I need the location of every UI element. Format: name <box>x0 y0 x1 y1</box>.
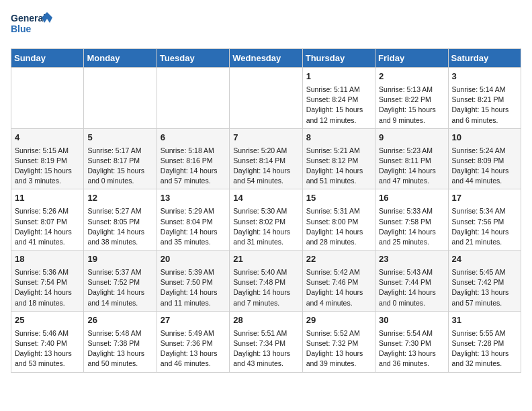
day-info: Sunrise: 5:40 AM <box>233 267 298 277</box>
calendar-cell: 3Sunrise: 5:14 AMSunset: 8:21 PMDaylight… <box>448 68 521 129</box>
day-info: Daylight: 13 hours and 39 minutes. <box>306 349 371 369</box>
day-info: Sunset: 7:50 PM <box>161 277 226 287</box>
day-info: Sunrise: 5:52 AM <box>306 328 371 338</box>
day-info: Sunset: 7:28 PM <box>452 338 517 349</box>
day-info: Sunset: 7:38 PM <box>87 338 152 349</box>
day-info: Sunset: 7:58 PM <box>379 217 444 227</box>
day-info: Sunset: 7:42 PM <box>452 277 517 287</box>
day-info: Sunrise: 5:11 AM <box>306 85 371 95</box>
day-info: Sunset: 7:40 PM <box>15 338 80 349</box>
calendar-cell: 12Sunrise: 5:27 AMSunset: 8:05 PMDayligh… <box>84 189 157 250</box>
day-info: Sunset: 8:00 PM <box>306 217 371 227</box>
day-info: Sunrise: 5:15 AM <box>15 146 80 156</box>
calendar-cell: 9Sunrise: 5:23 AMSunset: 8:11 PMDaylight… <box>375 128 448 189</box>
day-info: Sunrise: 5:31 AM <box>306 206 371 216</box>
day-info: Sunset: 8:19 PM <box>15 156 80 166</box>
day-info: Sunset: 7:52 PM <box>87 277 152 287</box>
day-info: Sunrise: 5:54 AM <box>379 328 444 338</box>
day-number: 31 <box>452 314 517 327</box>
day-number: 9 <box>379 132 444 144</box>
day-info: Sunrise: 5:27 AM <box>87 206 152 216</box>
day-number: 1 <box>306 71 371 83</box>
day-info: Sunrise: 5:13 AM <box>379 85 444 95</box>
day-info: Sunset: 7:44 PM <box>379 277 444 287</box>
day-info: Daylight: 14 hours and 35 minutes. <box>161 227 226 247</box>
day-number: 15 <box>306 192 371 205</box>
day-info: Sunset: 8:22 PM <box>379 95 444 105</box>
day-info: Daylight: 13 hours and 53 minutes. <box>15 349 80 369</box>
day-header-saturday: Saturday <box>448 49 521 68</box>
calendar-cell: 4Sunrise: 5:15 AMSunset: 8:19 PMDaylight… <box>11 128 84 189</box>
calendar-table: SundayMondayTuesdayWednesdayThursdayFrid… <box>11 48 521 373</box>
day-number: 22 <box>306 253 371 266</box>
day-info: Daylight: 14 hours and 38 minutes. <box>87 227 152 247</box>
day-info: Daylight: 14 hours and 18 minutes. <box>15 287 80 308</box>
day-number: 20 <box>161 253 226 266</box>
day-header-wednesday: Wednesday <box>230 49 302 68</box>
day-number: 10 <box>452 132 517 144</box>
day-header-monday: Monday <box>84 49 157 68</box>
day-number: 12 <box>87 192 152 205</box>
calendar-cell: 29Sunrise: 5:52 AMSunset: 7:32 PMDayligh… <box>302 311 375 372</box>
day-info: Daylight: 15 hours and 0 minutes. <box>87 166 152 186</box>
calendar-cell: 23Sunrise: 5:43 AMSunset: 7:44 PMDayligh… <box>375 250 448 312</box>
day-number: 30 <box>379 314 444 327</box>
day-info: Sunrise: 5:23 AM <box>379 146 444 156</box>
day-info: Sunset: 8:17 PM <box>87 156 152 166</box>
day-info: Daylight: 14 hours and 21 minutes. <box>452 227 517 247</box>
day-info: Sunset: 8:05 PM <box>87 217 152 227</box>
calendar-cell <box>11 68 84 129</box>
day-info: Daylight: 13 hours and 46 minutes. <box>161 349 226 369</box>
day-number: 26 <box>87 314 152 327</box>
calendar-cell: 18Sunrise: 5:36 AMSunset: 7:54 PMDayligh… <box>11 250 84 312</box>
calendar-cell: 27Sunrise: 5:49 AMSunset: 7:36 PMDayligh… <box>157 311 229 372</box>
day-header-friday: Friday <box>375 49 448 68</box>
day-number: 19 <box>87 253 152 266</box>
week-row-1: 1Sunrise: 5:11 AMSunset: 8:24 PMDaylight… <box>11 68 521 129</box>
day-info: Sunset: 8:11 PM <box>379 156 444 166</box>
day-number: 11 <box>15 192 80 205</box>
day-number: 18 <box>15 253 80 266</box>
day-info: Sunrise: 5:14 AM <box>452 85 517 95</box>
day-info: Sunset: 8:24 PM <box>306 95 371 105</box>
day-info: Sunrise: 5:36 AM <box>15 267 80 277</box>
svg-text:General: General <box>11 13 46 24</box>
day-info: Sunrise: 5:43 AM <box>379 267 444 277</box>
day-info: Sunrise: 5:30 AM <box>233 206 298 216</box>
day-number: 5 <box>87 132 152 144</box>
day-info: Sunrise: 5:20 AM <box>233 146 298 156</box>
day-info: Daylight: 14 hours and 54 minutes. <box>233 166 298 186</box>
day-info: Daylight: 13 hours and 57 minutes. <box>452 287 517 308</box>
day-number: 24 <box>452 253 517 266</box>
day-number: 16 <box>379 192 444 205</box>
calendar-cell: 6Sunrise: 5:18 AMSunset: 8:16 PMDaylight… <box>157 128 229 189</box>
day-info: Daylight: 15 hours and 12 minutes. <box>306 105 371 125</box>
day-info: Sunrise: 5:55 AM <box>452 328 517 338</box>
calendar-cell: 10Sunrise: 5:24 AMSunset: 8:09 PMDayligh… <box>448 128 521 189</box>
day-info: Sunrise: 5:42 AM <box>306 267 371 277</box>
calendar-cell: 20Sunrise: 5:39 AMSunset: 7:50 PMDayligh… <box>157 250 229 312</box>
calendar-cell: 2Sunrise: 5:13 AMSunset: 8:22 PMDaylight… <box>375 68 448 129</box>
calendar-cell: 26Sunrise: 5:48 AMSunset: 7:38 PMDayligh… <box>84 311 157 372</box>
day-info: Daylight: 15 hours and 6 minutes. <box>452 105 517 125</box>
logo-svg: General Blue <box>11 11 58 40</box>
calendar-cell <box>157 68 229 129</box>
day-info: Sunset: 7:48 PM <box>233 277 298 287</box>
day-header-thursday: Thursday <box>302 49 375 68</box>
day-number: 7 <box>233 132 298 144</box>
day-info: Daylight: 13 hours and 32 minutes. <box>452 349 517 369</box>
day-info: Sunrise: 5:33 AM <box>379 206 444 216</box>
day-info: Daylight: 15 hours and 3 minutes. <box>15 166 80 186</box>
day-info: Sunrise: 5:37 AM <box>87 267 152 277</box>
header: General Blue <box>11 11 521 40</box>
day-info: Daylight: 13 hours and 43 minutes. <box>233 349 298 369</box>
day-header-sunday: Sunday <box>11 49 84 68</box>
day-info: Sunset: 8:07 PM <box>15 217 80 227</box>
calendar-cell: 5Sunrise: 5:17 AMSunset: 8:17 PMDaylight… <box>84 128 157 189</box>
day-info: Daylight: 14 hours and 14 minutes. <box>87 287 152 308</box>
day-info: Sunrise: 5:51 AM <box>233 328 298 338</box>
calendar-cell: 14Sunrise: 5:30 AMSunset: 8:02 PMDayligh… <box>230 189 302 250</box>
day-info: Sunrise: 5:24 AM <box>452 146 517 156</box>
day-info: Sunset: 8:14 PM <box>233 156 298 166</box>
day-info: Sunrise: 5:49 AM <box>161 328 226 338</box>
